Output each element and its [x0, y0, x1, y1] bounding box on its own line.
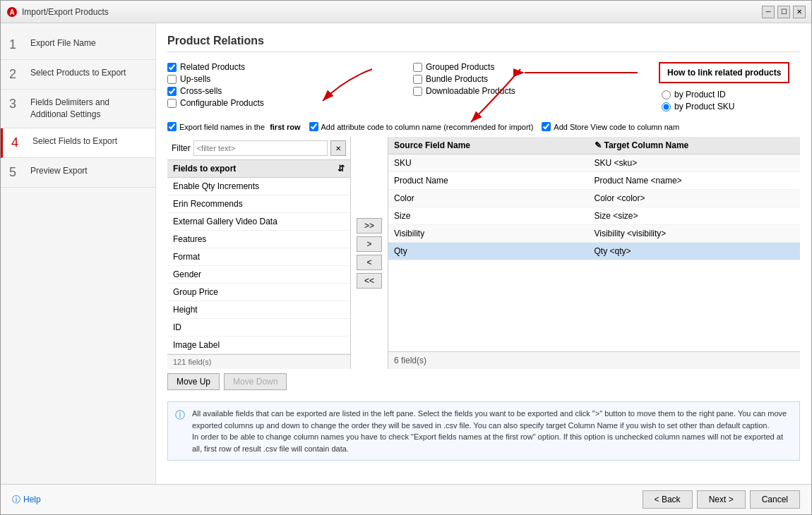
export-row-size[interactable]: Size Size <size>	[388, 207, 800, 225]
add-store-view-checkbox[interactable]	[542, 122, 551, 131]
radio-product-sku-input[interactable]	[662, 102, 671, 111]
main-panel: Product Relations Related Products Group…	[156, 23, 811, 484]
list-item[interactable]: ID	[167, 319, 350, 337]
link-radio-group: by Product ID by Product SKU	[662, 90, 800, 111]
related-products-checkbox[interactable]	[167, 63, 177, 72]
list-item[interactable]: Erin Recommends	[167, 195, 350, 213]
info-text: All available fields that can be exporte…	[192, 408, 792, 454]
export-row-qty[interactable]: Qty Qty <qty>	[388, 243, 800, 260]
section-title: Product Relations	[167, 35, 800, 52]
downloadable-products-row: Downloadable Products	[413, 86, 645, 96]
export-rows: SKU SKU <sku> Product Name Product Name …	[388, 154, 800, 260]
fields-count: 121 field(s)	[167, 354, 350, 369]
target-header: ✎ Target Column Name	[595, 140, 795, 150]
grouped-products-checkbox[interactable]	[413, 63, 422, 72]
bottom-bar: ⓘ Help < Back Next > Cancel	[1, 484, 811, 514]
svg-text:A: A	[9, 8, 14, 16]
app-icon: A	[6, 6, 18, 18]
sidebar-item-4[interactable]: 4 Select Fields to Export	[1, 128, 155, 158]
radio-product-id: by Product ID	[662, 90, 800, 99]
step-label-1: Export File Name	[30, 37, 96, 49]
fields-header: Fields to export ⇵	[167, 160, 350, 178]
sidebar-item-3[interactable]: 3 Fields Delimiters and Additional Setti…	[1, 90, 155, 128]
up-sells-row: Up-sells	[167, 74, 399, 84]
target-visibility: Visibility <visibility>	[595, 229, 795, 238]
export-row-product-name[interactable]: Product Name Product Name <name>	[388, 172, 800, 190]
radio-product-id-input[interactable]	[662, 90, 671, 99]
window-title: Import/Export Products	[22, 7, 762, 17]
minimize-button[interactable]: ─	[762, 6, 775, 18]
filter-input[interactable]	[193, 140, 328, 156]
move-all-left-button[interactable]: <<	[357, 273, 382, 289]
source-qty: Qty	[394, 246, 595, 256]
list-item[interactable]: External Gallery Video Data	[167, 213, 350, 231]
source-visibility: Visibility	[394, 229, 595, 238]
export-row-sku[interactable]: SKU SKU <sku>	[388, 154, 800, 172]
back-button[interactable]: < Back	[643, 490, 693, 509]
list-item[interactable]: Gender	[167, 266, 350, 284]
maximize-button[interactable]: ☐	[777, 6, 790, 18]
move-up-button[interactable]: Move Up	[167, 373, 220, 390]
list-item[interactable]: Image Label	[167, 337, 350, 354]
product-relations-checkboxes: Related Products Grouped Products Up-sel…	[167, 62, 645, 114]
export-field-names-text: Export field names in the	[179, 123, 265, 131]
fields-list[interactable]: Enable Qty Increments Erin Recommends Ex…	[167, 178, 350, 354]
source-color: Color	[394, 193, 595, 203]
list-item[interactable]: Height	[167, 301, 350, 319]
target-color: Color <color>	[595, 193, 795, 203]
export-count: 6 field(s)	[388, 351, 800, 369]
help-icon: ⓘ	[12, 494, 20, 506]
help-label: Help	[23, 495, 41, 504]
configurable-products-checkbox[interactable]	[167, 99, 177, 108]
main-window: A Import/Export Products ─ ☐ ✕ 1 Export …	[0, 0, 812, 515]
add-attribute-text: Add attribute code to column name (recom…	[321, 123, 534, 131]
title-bar: A Import/Export Products ─ ☐ ✕	[1, 1, 811, 23]
step-num-1: 1	[9, 37, 23, 52]
export-row-visibility[interactable]: Visibility Visibility <visibility>	[388, 225, 800, 243]
right-panel: Source Field Name ✎ Target Column Name S…	[388, 137, 800, 369]
list-item[interactable]: Features	[167, 231, 350, 248]
sidebar-item-2[interactable]: 2 Select Products to Export	[1, 60, 155, 90]
grouped-products-row: Grouped Products	[413, 62, 645, 72]
move-all-right-button[interactable]: >>	[357, 218, 382, 234]
move-left-button[interactable]: <	[357, 255, 382, 270]
info-box: ⓘ All available fields that can be expor…	[167, 401, 800, 461]
list-item[interactable]: Format	[167, 248, 350, 266]
bundle-products-checkbox[interactable]	[413, 75, 422, 84]
add-attribute-checkbox[interactable]	[309, 122, 318, 131]
up-sells-label: Up-sells	[180, 74, 210, 84]
next-button[interactable]: Next >	[697, 490, 746, 509]
list-item[interactable]: Group Price	[167, 284, 350, 301]
move-down-button[interactable]: Move Down	[224, 373, 287, 390]
how-to-link-section: How to link related products by Product …	[659, 62, 800, 114]
grouped-products-label: Grouped Products	[426, 62, 494, 72]
export-field-names-checkbox[interactable]	[167, 122, 177, 131]
target-product-name: Product Name <name>	[595, 176, 795, 186]
downloadable-products-checkbox[interactable]	[413, 87, 422, 96]
nav-buttons: < Back Next > Cancel	[643, 490, 800, 509]
step-label-4: Select Fields to Export	[32, 135, 117, 147]
move-updown-area: Move Up Move Down	[167, 369, 800, 394]
filter-clear-button[interactable]: ✕	[330, 140, 346, 156]
bundle-products-row: Bundle Products	[413, 74, 645, 84]
cancel-button[interactable]: Cancel	[750, 490, 800, 509]
up-sells-checkbox[interactable]	[167, 75, 177, 84]
export-row-color[interactable]: Color Color <color>	[388, 190, 800, 207]
target-size: Size <size>	[595, 211, 795, 221]
export-options-row: Export field names in the first row Add …	[167, 122, 800, 131]
list-item[interactable]: Enable Qty Increments	[167, 178, 350, 195]
pencil-icon: ✎	[595, 140, 602, 150]
sidebar-item-1[interactable]: 1 Export File Name	[1, 30, 155, 60]
configurable-products-label: Configurable Products	[180, 98, 264, 108]
close-button[interactable]: ✕	[793, 6, 806, 18]
cross-sells-checkbox[interactable]	[167, 87, 177, 96]
sidebar-item-5[interactable]: 5 Preview Export	[1, 158, 155, 188]
source-header: Source Field Name	[394, 140, 595, 150]
help-link[interactable]: ⓘ Help	[12, 494, 41, 506]
filter-bar: Filter ✕	[167, 137, 350, 160]
cross-sells-label: Cross-sells	[180, 86, 222, 96]
step-num-5: 5	[9, 165, 23, 180]
move-right-button[interactable]: >	[357, 236, 382, 252]
source-size: Size	[394, 211, 595, 221]
how-to-link-label: How to link related products	[667, 68, 781, 78]
